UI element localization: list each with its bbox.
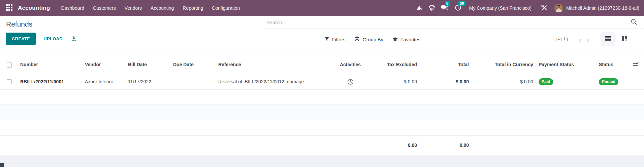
upload-button[interactable]: UPLOAD (41, 36, 65, 42)
activities-count-badge: 39 (458, 1, 465, 7)
search-input[interactable] (265, 20, 629, 25)
avatar (554, 4, 563, 12)
column-header-total-in-currency[interactable]: Total in Currency (472, 55, 536, 74)
menu-customers[interactable]: Customers (89, 0, 120, 16)
cell-activities[interactable] (333, 74, 368, 89)
menu-dashboard[interactable]: Dashboard (57, 0, 89, 16)
cell-number[interactable]: RBILL/2022/11/0001 (19, 74, 84, 89)
column-header-number[interactable]: Number (19, 55, 84, 74)
top-nav-bar: Accounting Dashboard Customers Vendors A… (0, 0, 644, 16)
status-badge: Posted (599, 78, 618, 85)
column-header-bill-date[interactable]: Bill Date (127, 55, 172, 74)
download-icon (71, 35, 77, 42)
group-by-button[interactable]: Group By (354, 36, 383, 43)
list-view: Number Vendor Bill Date Due Date Referen… (0, 53, 644, 155)
column-header-due-date[interactable]: Due Date (172, 55, 217, 74)
menu-vendors[interactable]: Vendors (120, 0, 146, 16)
cell-vendor[interactable]: Azure Interior (84, 74, 127, 89)
activity-clock-icon (347, 79, 354, 84)
table-row[interactable]: RBILL/2022/11/0001 Azure Interior 11/17/… (0, 74, 644, 89)
apps-grid-icon (6, 4, 12, 12)
pager-range: 1-1 / 1 (555, 37, 569, 42)
list-view-icon (605, 36, 611, 43)
bug-icon (416, 5, 422, 12)
search-options: Filters Group By (324, 36, 420, 43)
wrench-screwdriver-icon (541, 4, 548, 12)
activities-button[interactable]: 39 (452, 4, 464, 13)
favorites-button[interactable]: Favorites (392, 36, 421, 42)
table-header-row: Number Vendor Bill Date Due Date Referen… (0, 55, 644, 74)
debug-bug-button[interactable] (413, 4, 425, 12)
footer-total: 0.00 (420, 135, 472, 155)
cell-payment-status[interactable]: Paid (536, 74, 597, 89)
app-name[interactable]: Accounting (18, 5, 50, 11)
export-download-button[interactable] (71, 35, 77, 42)
cell-reference[interactable]: Reversal of: BILL/2022/11/0012, damage (217, 74, 333, 89)
star-icon (392, 36, 398, 42)
column-header-total[interactable]: Total (420, 55, 472, 74)
chevron-right-icon: › (587, 36, 589, 43)
favorites-label: Favorites (400, 37, 421, 42)
column-header-vendor[interactable]: Vendor (84, 55, 127, 74)
kanban-view-icon (621, 36, 627, 43)
create-button[interactable]: CREATE (6, 33, 36, 45)
payment-status-badge: Paid (539, 78, 553, 85)
view-switcher (601, 32, 632, 46)
search-bar (264, 16, 644, 29)
search-submit[interactable] (629, 17, 639, 28)
table-footer-row: 0.00 0.00 (0, 135, 644, 155)
cell-total[interactable]: $ 0.00 (420, 74, 472, 89)
phone-icon (428, 4, 435, 12)
row-checkbox[interactable] (7, 79, 12, 84)
messages-count-badge: 5 (445, 1, 450, 7)
company-switcher[interactable]: My Company (San Francisco) (469, 5, 532, 11)
filter-funnel-icon (324, 36, 329, 42)
select-all-checkbox[interactable] (7, 62, 12, 68)
row-select-cell[interactable] (0, 74, 19, 89)
search-icon (631, 18, 637, 27)
refunds-table: Number Vendor Bill Date Due Date Referen… (0, 55, 644, 155)
select-all-header[interactable] (0, 55, 19, 74)
menu-reporting[interactable]: Reporting (178, 0, 207, 16)
column-header-tax-excluded[interactable]: Tax Excluded (368, 55, 420, 74)
empty-row (0, 120, 644, 135)
chevron-left-icon: ‹ (579, 36, 581, 43)
menu-configuration[interactable]: Configuration (207, 0, 244, 16)
list-view-button[interactable] (601, 32, 615, 46)
column-options-icon (633, 62, 639, 68)
apps-menu-button[interactable] (4, 3, 14, 13)
cell-tax-excluded[interactable]: $ 0.00 (368, 74, 420, 89)
group-by-label: Group By (362, 37, 383, 42)
user-menu[interactable]: Mitchell Admin (21097230-16-0-all) (554, 4, 639, 12)
column-header-payment-status[interactable]: Payment Status (536, 55, 597, 74)
cell-status[interactable]: Posted (597, 74, 627, 89)
pager-previous-button[interactable]: ‹ (576, 36, 584, 43)
filters-label: Filters (332, 37, 345, 42)
messages-button[interactable]: 5 (438, 4, 452, 13)
support-tools-button[interactable] (538, 4, 551, 13)
user-name: Mitchell Admin (21097230-16-0-all) (566, 5, 639, 11)
page-title: Refunds (6, 20, 77, 28)
column-header-reference[interactable]: Reference (217, 55, 333, 74)
cell-spacer (627, 74, 644, 89)
main-menu: Dashboard Customers Vendors Accounting R… (57, 0, 245, 16)
footer-total-tax-excluded: 0.00 (368, 135, 420, 155)
corner-artifact (0, 163, 4, 167)
cell-due-date[interactable] (172, 74, 217, 89)
cell-bill-date[interactable]: 11/17/2022 (127, 74, 172, 89)
filters-button[interactable]: Filters (324, 36, 345, 42)
column-header-activities[interactable]: Activities (333, 55, 368, 74)
control-panel: Refunds CREATE UPLOAD (0, 16, 644, 53)
menu-accounting[interactable]: Accounting (146, 0, 178, 16)
optional-columns-button[interactable] (627, 55, 644, 74)
column-header-status[interactable]: Status (597, 55, 627, 74)
empty-row (0, 89, 644, 105)
cell-total-in-currency[interactable]: $ 0.00 (472, 74, 536, 89)
layers-icon (354, 36, 360, 43)
voip-phone-button[interactable] (425, 4, 438, 12)
pager-next-button[interactable]: › (584, 36, 592, 43)
empty-row (0, 105, 644, 120)
kanban-view-button[interactable] (617, 32, 632, 46)
